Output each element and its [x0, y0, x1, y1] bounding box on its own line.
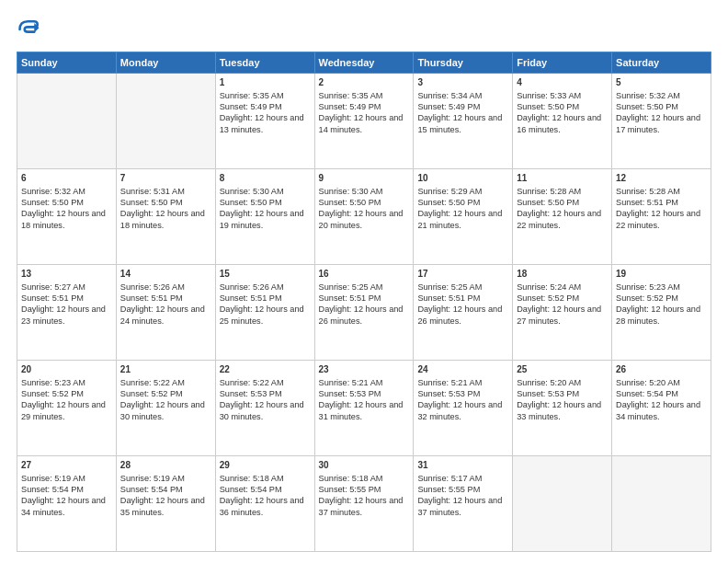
calendar-cell: 2Sunrise: 5:35 AMSunset: 5:49 PMDaylight…	[314, 74, 414, 169]
calendar-cell: 21Sunrise: 5:22 AMSunset: 5:52 PMDayligh…	[116, 361, 215, 456]
calendar-table: SundayMondayTuesdayWednesdayThursdayFrid…	[17, 52, 711, 552]
sunset-text: Sunset: 5:50 PM	[21, 198, 84, 207]
logo-icon	[17, 17, 42, 42]
day-number: 29	[220, 459, 311, 472]
calendar-header-row: SundayMondayTuesdayWednesdayThursdayFrid…	[17, 52, 711, 74]
calendar-week-3: 13Sunrise: 5:27 AMSunset: 5:51 PMDayligh…	[17, 265, 711, 361]
calendar-week-5: 27Sunrise: 5:19 AMSunset: 5:54 PMDayligh…	[17, 456, 711, 552]
weekday-header-sunday: Sunday	[17, 52, 117, 74]
weekday-header-friday: Friday	[513, 52, 612, 74]
daylight-text: Daylight: 12 hours and 21 minutes.	[417, 209, 502, 229]
daylight-text: Daylight: 12 hours and 29 minutes.	[21, 400, 106, 420]
sunrise-text: Sunrise: 5:28 AM	[517, 187, 581, 196]
sunset-text: Sunset: 5:55 PM	[319, 485, 381, 494]
sunrise-text: Sunrise: 5:19 AM	[21, 474, 85, 483]
daylight-text: Daylight: 12 hours and 33 minutes.	[517, 400, 601, 420]
calendar-cell: 12Sunrise: 5:28 AMSunset: 5:51 PMDayligh…	[612, 169, 711, 265]
sunset-text: Sunset: 5:55 PM	[417, 485, 480, 494]
day-number: 8	[220, 172, 311, 185]
calendar-cell: 3Sunrise: 5:34 AMSunset: 5:49 PMDaylight…	[414, 74, 513, 169]
sunset-text: Sunset: 5:54 PM	[120, 485, 183, 494]
calendar-cell: 11Sunrise: 5:28 AMSunset: 5:50 PMDayligh…	[513, 169, 612, 265]
sunset-text: Sunset: 5:51 PM	[417, 293, 480, 303]
sunrise-text: Sunrise: 5:25 AM	[417, 282, 482, 292]
sunrise-text: Sunrise: 5:30 AM	[319, 187, 383, 196]
weekday-header-saturday: Saturday	[612, 52, 711, 74]
daylight-text: Daylight: 12 hours and 37 minutes.	[417, 496, 502, 516]
calendar-cell: 16Sunrise: 5:25 AMSunset: 5:51 PMDayligh…	[314, 265, 414, 361]
daylight-text: Daylight: 12 hours and 32 minutes.	[417, 400, 502, 420]
daylight-text: Daylight: 12 hours and 37 minutes.	[319, 496, 404, 516]
sunrise-text: Sunrise: 5:21 AM	[319, 378, 383, 387]
day-number: 24	[417, 363, 508, 376]
sunset-text: Sunset: 5:52 PM	[120, 389, 183, 398]
daylight-text: Daylight: 12 hours and 13 minutes.	[220, 113, 304, 133]
sunset-text: Sunset: 5:50 PM	[417, 198, 480, 207]
calendar-cell: 22Sunrise: 5:22 AMSunset: 5:53 PMDayligh…	[215, 361, 314, 456]
sunset-text: Sunset: 5:51 PM	[21, 293, 84, 303]
sunset-text: Sunset: 5:51 PM	[616, 198, 678, 207]
sunrise-text: Sunrise: 5:35 AM	[220, 91, 284, 100]
sunset-text: Sunset: 5:51 PM	[319, 293, 381, 303]
day-number: 30	[319, 459, 410, 472]
daylight-text: Daylight: 12 hours and 26 minutes.	[319, 304, 404, 325]
daylight-text: Daylight: 12 hours and 25 minutes.	[220, 304, 304, 325]
calendar-cell	[612, 456, 711, 552]
daylight-text: Daylight: 12 hours and 30 minutes.	[220, 400, 304, 420]
daylight-text: Daylight: 12 hours and 26 minutes.	[417, 304, 502, 325]
day-number: 2	[319, 76, 410, 89]
day-number: 9	[319, 172, 410, 185]
sunset-text: Sunset: 5:54 PM	[21, 485, 84, 494]
sunrise-text: Sunrise: 5:22 AM	[220, 378, 284, 387]
calendar-cell	[116, 74, 215, 169]
sunset-text: Sunset: 5:51 PM	[120, 293, 183, 303]
sunset-text: Sunset: 5:49 PM	[220, 102, 282, 111]
sunset-text: Sunset: 5:49 PM	[319, 102, 381, 111]
day-number: 23	[319, 363, 410, 376]
calendar-cell: 13Sunrise: 5:27 AMSunset: 5:51 PMDayligh…	[17, 265, 117, 361]
day-number: 16	[319, 268, 410, 281]
sunrise-text: Sunrise: 5:26 AM	[220, 282, 284, 292]
weekday-header-monday: Monday	[116, 52, 215, 74]
sunset-text: Sunset: 5:54 PM	[616, 389, 678, 398]
calendar-week-2: 6Sunrise: 5:32 AMSunset: 5:50 PMDaylight…	[17, 169, 711, 265]
sunset-text: Sunset: 5:52 PM	[616, 293, 678, 303]
sunset-text: Sunset: 5:49 PM	[417, 102, 480, 111]
sunrise-text: Sunrise: 5:21 AM	[417, 378, 482, 387]
day-number: 14	[120, 268, 211, 281]
weekday-header-wednesday: Wednesday	[314, 52, 414, 74]
day-number: 17	[417, 268, 508, 281]
day-number: 12	[616, 172, 707, 185]
calendar-cell: 10Sunrise: 5:29 AMSunset: 5:50 PMDayligh…	[414, 169, 513, 265]
sunrise-text: Sunrise: 5:26 AM	[120, 282, 185, 292]
day-number: 19	[616, 268, 707, 281]
day-number: 6	[21, 172, 112, 185]
calendar-cell: 29Sunrise: 5:18 AMSunset: 5:54 PMDayligh…	[215, 456, 314, 552]
calendar-week-4: 20Sunrise: 5:23 AMSunset: 5:52 PMDayligh…	[17, 361, 711, 456]
day-number: 28	[120, 459, 211, 472]
sunset-text: Sunset: 5:50 PM	[220, 198, 282, 207]
weekday-header-tuesday: Tuesday	[215, 52, 314, 74]
daylight-text: Daylight: 12 hours and 22 minutes.	[517, 209, 601, 229]
sunrise-text: Sunrise: 5:33 AM	[517, 91, 581, 100]
calendar-cell: 8Sunrise: 5:30 AMSunset: 5:50 PMDaylight…	[215, 169, 314, 265]
daylight-text: Daylight: 12 hours and 34 minutes.	[616, 400, 700, 420]
daylight-text: Daylight: 12 hours and 16 minutes.	[517, 113, 601, 133]
daylight-text: Daylight: 12 hours and 30 minutes.	[120, 400, 205, 420]
daylight-text: Daylight: 12 hours and 35 minutes.	[120, 496, 205, 516]
calendar-cell: 4Sunrise: 5:33 AMSunset: 5:50 PMDaylight…	[513, 74, 612, 169]
calendar-cell: 19Sunrise: 5:23 AMSunset: 5:52 PMDayligh…	[612, 265, 711, 361]
calendar-cell	[17, 74, 117, 169]
calendar-cell: 25Sunrise: 5:20 AMSunset: 5:53 PMDayligh…	[513, 361, 612, 456]
daylight-text: Daylight: 12 hours and 20 minutes.	[319, 209, 404, 229]
sunset-text: Sunset: 5:51 PM	[220, 293, 282, 303]
sunrise-text: Sunrise: 5:18 AM	[220, 474, 284, 483]
sunset-text: Sunset: 5:50 PM	[319, 198, 381, 207]
calendar-cell: 28Sunrise: 5:19 AMSunset: 5:54 PMDayligh…	[116, 456, 215, 552]
sunrise-text: Sunrise: 5:17 AM	[417, 474, 482, 483]
sunset-text: Sunset: 5:50 PM	[517, 102, 579, 111]
day-number: 22	[220, 363, 311, 376]
day-number: 25	[517, 363, 608, 376]
day-number: 1	[220, 76, 311, 89]
sunrise-text: Sunrise: 5:19 AM	[120, 474, 185, 483]
